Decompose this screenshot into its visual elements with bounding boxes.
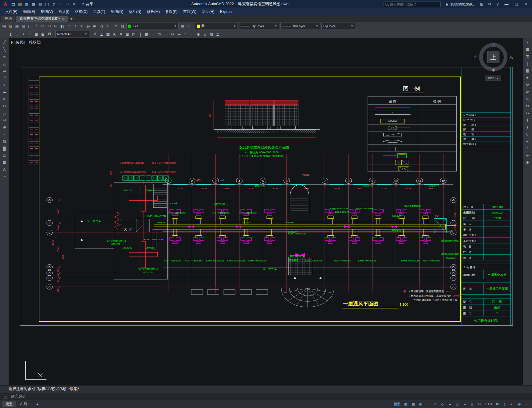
dim-style-icon[interactable]: ∠ <box>98 31 105 37</box>
menu-item[interactable]: 视图(V) <box>38 8 56 15</box>
menu-item[interactable]: 修改(M) <box>144 8 163 15</box>
text-style-dropdown[interactable]: NORMAL ▼ <box>55 31 89 37</box>
rectangle-icon[interactable]: ▭ <box>1 67 8 74</box>
isodraft-icon[interactable]: ◇ <box>439 401 446 407</box>
erase-icon[interactable]: × <box>118 31 124 37</box>
spline-icon[interactable]: ≈ <box>1 95 8 102</box>
command-customize-icon[interactable]: » <box>3 394 8 399</box>
polyline-icon[interactable]: ∿ <box>1 53 8 60</box>
break-at-point-icon[interactable]: ∣ <box>524 116 531 124</box>
rotate-icon[interactable]: ↻ <box>524 81 531 88</box>
zoom-previous-icon[interactable]: ◁ <box>98 23 104 29</box>
chamfer-icon[interactable]: ⌐ <box>189 31 195 37</box>
grid-display-icon[interactable]: ▦ <box>402 401 409 407</box>
menu-item[interactable]: 标注(N) <box>126 8 144 15</box>
point-icon[interactable]: ∙ <box>1 131 8 138</box>
model-space-button[interactable]: 模型 <box>392 401 402 407</box>
clean-screen-icon[interactable]: ▫ <box>523 401 530 407</box>
array-icon[interactable]: ▩ <box>524 67 531 74</box>
app-store-cart-icon[interactable]: ⊞ <box>478 1 485 7</box>
autodesk-account-icon[interactable]: ↻ <box>486 1 493 7</box>
paste-icon[interactable]: ⊞ <box>53 23 59 29</box>
save-icon[interactable]: ▦ <box>23 1 30 7</box>
move-icon[interactable]: + <box>150 31 156 37</box>
selection-cycling-icon[interactable]: ⊙ <box>476 401 483 407</box>
publish-icon[interactable]: ⇧ <box>50 1 57 7</box>
dynamic-input-icon[interactable]: ▣ <box>417 401 424 407</box>
multiline-text-icon[interactable]: A <box>1 166 8 173</box>
start-tab[interactable]: 开始 <box>1 16 15 22</box>
array-icon[interactable]: ▩ <box>144 31 150 37</box>
zoom-realtime-icon[interactable]: ◎ <box>85 23 91 29</box>
redo-icon[interactable]: ↷ <box>64 1 71 7</box>
autocad-logo[interactable]: A <box>1 1 9 8</box>
snap-mode-icon[interactable]: ▩ <box>410 401 416 407</box>
viewport-controls[interactable]: [-][俯视][二维线框] <box>11 40 41 45</box>
layout1-tab[interactable]: 布局1 <box>16 401 33 407</box>
copy-icon[interactable]: ⊡ <box>124 31 131 37</box>
join-icon[interactable]: ∪ <box>202 31 208 37</box>
workspace-gear-icon[interactable]: ✻ <box>494 401 501 407</box>
close-tab-icon[interactable]: × <box>62 17 64 21</box>
object-snap-icon[interactable]: □ <box>454 401 461 407</box>
wcs-menu[interactable]: WCS ▾ <box>485 76 501 80</box>
plot-preview-icon[interactable]: ◫ <box>27 23 33 29</box>
new-drawing-tab-button[interactable]: + <box>68 16 74 22</box>
layer-dropdown[interactable]: LY1 ▼ <box>126 23 179 29</box>
rotate-icon[interactable]: ↻ <box>156 31 163 37</box>
command-window-grip[interactable] <box>4 387 6 392</box>
compass-east-label[interactable]: 东 <box>509 55 513 60</box>
table-icon[interactable]: ▦ <box>1 159 8 166</box>
layer-properties-icon[interactable]: ≡ <box>113 23 119 29</box>
extend-icon[interactable]: ↦ <box>176 31 182 37</box>
mleader-style-icon[interactable]: ↖ <box>111 31 118 37</box>
explode-icon[interactable]: ⊗ <box>524 159 531 166</box>
point-style-icon[interactable]: ∙ <box>1 31 7 37</box>
save-icon[interactable]: ▦ <box>14 23 20 29</box>
create-block-icon[interactable]: ⊞ <box>1 124 8 131</box>
model-tab[interactable]: 模型 <box>2 401 16 407</box>
minimize-button[interactable]: — <box>502 1 511 8</box>
lineweight-icon[interactable]: ≡ <box>461 401 468 407</box>
account-button[interactable]: ☻ 15059991358… <box>443 2 477 6</box>
transparency-icon[interactable]: ▒ <box>469 401 475 407</box>
offset-icon[interactable]: ∥ <box>524 60 531 67</box>
menu-item[interactable]: 文件(F) <box>2 8 20 15</box>
hatch-icon[interactable]: ▨ <box>1 138 8 145</box>
polygon-icon[interactable]: △ <box>1 60 8 67</box>
ellipse-arc-icon[interactable]: ◡ <box>1 109 8 116</box>
draw-order-front-icon[interactable]: ↥ <box>7 31 14 37</box>
graphics-performance-icon[interactable]: ◉ <box>516 401 523 407</box>
construction-line-icon[interactable]: ╲ <box>1 46 8 53</box>
color-dropdown[interactable]: 黄 ▼ <box>195 23 238 29</box>
match-properties-icon[interactable]: ◧ <box>59 23 65 29</box>
menu-item[interactable]: 绘图(D) <box>108 8 126 15</box>
share-button[interactable]: ⇗ 共享 <box>78 2 96 7</box>
properties-icon[interactable]: ≣ <box>215 31 221 37</box>
extend-icon[interactable]: ↦ <box>524 109 531 116</box>
ellipse-icon[interactable]: ⊙ <box>1 102 8 109</box>
search-input[interactable] <box>390 2 439 6</box>
move-icon[interactable]: + <box>524 74 531 81</box>
compass-west-label[interactable]: 西 <box>474 55 478 60</box>
hide-objects-icon[interactable]: ◌ <box>27 31 33 37</box>
undo-icon[interactable]: ↶ <box>57 1 64 7</box>
menu-item[interactable]: 参数(P) <box>163 8 180 15</box>
help-icon[interactable]: ? <box>104 23 111 29</box>
revision-cloud-icon[interactable]: ☁ <box>1 88 8 95</box>
menu-item[interactable]: 编辑(E) <box>20 8 38 15</box>
menu-item[interactable]: Express <box>217 8 236 15</box>
new-file-icon[interactable]: ▤ <box>10 1 17 7</box>
menu-item[interactable]: 工具(T) <box>90 8 108 15</box>
region-icon[interactable]: □ <box>1 152 8 159</box>
menu-item[interactable]: 插入(I) <box>56 8 72 15</box>
gradient-icon[interactable]: ▓ <box>1 145 8 152</box>
table-style-icon[interactable]: ▦ <box>105 31 111 37</box>
menu-item[interactable]: 窗口(W) <box>180 8 199 15</box>
annotation-scale-label[interactable]: 1:1 ▾ <box>483 401 493 407</box>
layer-states-icon[interactable]: ◍ <box>119 23 126 29</box>
compass-south-label[interactable]: 南 <box>491 68 495 73</box>
cut-icon[interactable]: ✂ <box>40 23 46 29</box>
stretch-icon[interactable]: ↘ <box>524 95 531 102</box>
offset-icon[interactable]: ∥ <box>137 31 144 37</box>
